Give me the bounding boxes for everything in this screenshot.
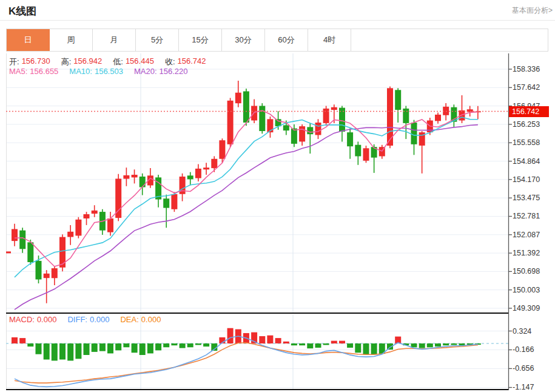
ma20-readout: MA20:156.220 xyxy=(134,67,188,76)
macd-axis-label: -0.656 xyxy=(513,363,534,373)
macd-axis-label: 0.324 xyxy=(513,326,531,336)
price-axis-label: 155.558 xyxy=(513,138,540,147)
macd-readout-row: MACD:0.000 DIFF:0.000 DEA:0.000 xyxy=(9,315,161,324)
macd-readout: MACD:0.000 xyxy=(9,315,56,324)
price-axis-label: 151.392 xyxy=(513,248,540,258)
tab-4hour[interactable]: 4时 xyxy=(308,29,351,51)
price-axis-label: 157.642 xyxy=(513,83,540,92)
macd-axis-label: -1.147 xyxy=(513,382,534,392)
ohlc-high: 高:156.942 xyxy=(61,56,103,67)
price-axis-label: 154.170 xyxy=(513,175,540,184)
tab-15min[interactable]: 15分 xyxy=(179,29,222,51)
macd-panel[interactable] xyxy=(0,314,555,392)
ma5-readout: MA5:156.655 xyxy=(9,67,58,76)
macd-axis-label: -0.166 xyxy=(513,345,534,354)
period-tabbar: 日 周 月 5分 15分 30分 60分 4时 xyxy=(6,29,548,52)
tab-week[interactable]: 周 xyxy=(50,29,93,51)
price-axis-label: 158.336 xyxy=(513,64,540,74)
tab-month[interactable]: 月 xyxy=(93,29,136,51)
tab-day[interactable]: 日 xyxy=(7,29,50,51)
ohlc-open: 开:156.730 xyxy=(9,56,50,67)
price-axis-label: 156.253 xyxy=(513,120,540,129)
header-divider xyxy=(0,20,555,21)
ohlc-row: 开:156.730 高:156.942 低:156.445 收:156.742 xyxy=(9,56,206,67)
ohlc-low: 低:156.445 xyxy=(113,56,154,67)
price-axis-label: 150.003 xyxy=(513,285,540,295)
tab-5min[interactable]: 5分 xyxy=(136,29,179,51)
kline-page: K线图 基本面分析> 日 周 月 5分 15分 30分 60分 4时 开:156… xyxy=(0,0,555,392)
ma10-readout: MA10:156.503 xyxy=(69,67,123,76)
diff-readout: DIFF:0.000 xyxy=(67,315,109,324)
fundamental-analysis-link[interactable]: 基本面分析> xyxy=(512,5,553,16)
price-axis-label: 152.087 xyxy=(513,230,540,240)
price-axis-label: 149.309 xyxy=(513,303,540,313)
current-price-badge: 156.742 xyxy=(509,106,549,117)
main-candlestick-chart[interactable] xyxy=(0,53,555,314)
tab-60min[interactable]: 60分 xyxy=(265,29,308,51)
price-axis-label: 154.864 xyxy=(513,157,540,166)
price-axis-label: 152.781 xyxy=(513,211,540,221)
price-axis-label: 150.698 xyxy=(513,266,540,276)
price-axis-label: 153.475 xyxy=(513,193,540,203)
ma-row: MA5:156.655 MA10:156.503 MA20:156.220 xyxy=(9,67,188,76)
tab-30min[interactable]: 30分 xyxy=(222,29,265,51)
dea-readout: DEA:0.000 xyxy=(120,315,161,324)
page-title: K线图 xyxy=(8,4,36,18)
ohlc-close: 收:156.742 xyxy=(165,56,206,67)
